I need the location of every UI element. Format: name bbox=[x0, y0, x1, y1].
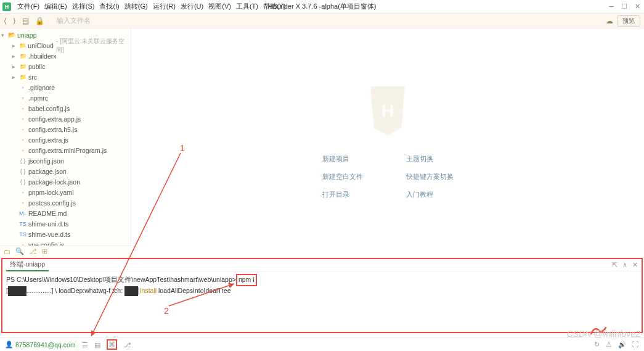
nav-back-icon[interactable]: ⟨ bbox=[4, 17, 7, 25]
menu-item[interactable]: 选择(S) bbox=[70, 2, 97, 10]
tree-item-label: .npmrc bbox=[28, 94, 48, 102]
tree-item[interactable]: ▫.gitignore bbox=[0, 82, 131, 93]
sync-icon[interactable]: ↻ bbox=[594, 341, 600, 349]
tree-item[interactable]: ▫babel.config.js bbox=[0, 103, 131, 114]
tree-item-label: babel.config.js bbox=[28, 105, 70, 112]
tree-item[interactable]: ▸📁src bbox=[0, 72, 131, 82]
menu-item[interactable]: 运行(R) bbox=[150, 2, 178, 10]
folder-icon: 📁 bbox=[18, 43, 27, 49]
lock-icon[interactable]: 🔒 bbox=[35, 17, 44, 25]
tree-item[interactable]: ▫config.extra.h5.js bbox=[0, 124, 131, 134]
tree-item[interactable]: TSshime-vue.d.ts bbox=[0, 229, 131, 239]
tree-item[interactable]: { }package-lock.json bbox=[0, 176, 131, 187]
tree-item[interactable]: ▫.npmrc bbox=[0, 93, 131, 103]
minimize-icon[interactable]: ─ bbox=[609, 2, 614, 10]
menu-item[interactable]: 查找(I) bbox=[97, 2, 121, 10]
search-input[interactable]: 输入文件名 bbox=[57, 16, 91, 25]
tree-item-label: public bbox=[28, 63, 45, 70]
js-icon: ▫ bbox=[18, 116, 27, 122]
menu-item[interactable]: 视图(V) bbox=[206, 2, 234, 10]
tree-item-label: .hbuilderx bbox=[28, 52, 57, 60]
file-explorer: ▾ 📂 uniapp ▸📁uniCloud- [阿里云:未关联云服务空间]▸📁.… bbox=[0, 28, 131, 257]
tree-item[interactable]: ▸📁uniCloud- [阿里云:未关联云服务空间] bbox=[0, 40, 131, 51]
list-icon[interactable]: ☰ bbox=[82, 341, 88, 349]
folder-icon: 📁 bbox=[18, 53, 27, 59]
terminal-collapse-icon[interactable]: ∧ bbox=[622, 261, 627, 269]
expand-icon[interactable]: ▸ bbox=[12, 43, 18, 49]
menu-item[interactable]: 发行(U) bbox=[178, 2, 206, 10]
expand-icon[interactable]: ▸ bbox=[12, 74, 18, 80]
tree-item-label: shime-vue.d.ts bbox=[28, 231, 70, 238]
file-icon: ▫ bbox=[18, 85, 27, 91]
tree-item[interactable]: ▫pnpm-lock.yaml bbox=[0, 187, 131, 197]
terminal-close-icon[interactable]: ✕ bbox=[632, 261, 638, 269]
welcome-link[interactable]: 入门教程 bbox=[406, 190, 454, 199]
terminal-panel: 终端-uniapp ⇱ ∧ ✕ PS C:\Users\Windows10\De… bbox=[1, 258, 643, 333]
toolbar: ⟨ ⟩ ▤ 🔒 输入文件名 ☁ 预览 bbox=[0, 14, 644, 28]
tree-item-label: config.extra.js bbox=[28, 136, 68, 144]
folder-icon: 📁 bbox=[18, 74, 27, 80]
tree-item-label: uniCloud bbox=[28, 42, 53, 49]
menu-item[interactable]: 跳转(G) bbox=[122, 2, 150, 10]
search-icon[interactable]: 🔍 bbox=[15, 247, 24, 255]
terminal-tab[interactable]: 终端-uniapp bbox=[6, 259, 49, 271]
tree-item[interactable]: M↓README.md bbox=[0, 208, 131, 218]
terminal-command: npm i bbox=[236, 274, 257, 286]
tree-item-label: src bbox=[28, 73, 37, 81]
menu-item[interactable]: 编辑(E) bbox=[42, 2, 70, 10]
sound-icon[interactable]: 🔊 bbox=[618, 341, 626, 349]
terminal-toggle-button[interactable]: ⌘ bbox=[107, 339, 117, 350]
plugin-icon[interactable]: ⊞ bbox=[42, 247, 47, 255]
nav-fwd-icon[interactable]: ⟩ bbox=[13, 17, 16, 25]
menu-item[interactable]: 工具(T) bbox=[234, 2, 261, 10]
menu-item[interactable]: 文件(F) bbox=[15, 2, 42, 10]
tree-root[interactable]: uniapp bbox=[17, 31, 37, 39]
welcome-link[interactable]: 主题切换 bbox=[406, 154, 454, 163]
expand-icon[interactable]: ▸ bbox=[12, 64, 18, 70]
tree-item-label: postcss.config.js bbox=[28, 199, 76, 207]
tree-item-label: README.md bbox=[28, 210, 67, 217]
annotation-2: 2 bbox=[164, 306, 169, 316]
tree-item[interactable]: ▫config.extra.js bbox=[0, 134, 131, 145]
md-icon: M↓ bbox=[18, 210, 27, 217]
tree-item[interactable]: ▫config.extra.app.js bbox=[0, 114, 131, 124]
warn-icon[interactable]: ⚠ bbox=[606, 341, 612, 349]
welcome-link[interactable]: 打开目录 bbox=[322, 190, 363, 199]
welcome-link[interactable]: 新建空白文件 bbox=[322, 172, 363, 181]
tree-item-label: shime-uni.d.ts bbox=[28, 220, 68, 228]
terminal-body[interactable]: PS C:\Users\Windows10\Desktop\项目文件\newAp… bbox=[2, 271, 642, 299]
user-account[interactable]: 👤 875876941@qq.com bbox=[5, 341, 76, 349]
tree-item[interactable]: ▫postcss.config.js bbox=[0, 197, 131, 208]
tree-item[interactable]: ▫config.extra.miniProgram.js bbox=[0, 145, 131, 155]
tree-item[interactable]: { }package.json bbox=[0, 166, 131, 176]
terminal-popout-icon[interactable]: ⇱ bbox=[612, 261, 618, 269]
git-icon[interactable]: ⎇ bbox=[29, 247, 37, 255]
cloud-icon[interactable]: ☁ bbox=[606, 17, 613, 25]
json-icon: { } bbox=[18, 168, 27, 175]
close-icon[interactable]: ✕ bbox=[635, 2, 640, 10]
explorer-icon[interactable]: ▤ bbox=[22, 17, 29, 25]
window-title: HBuilder X 3.7.6 -alpha(单项目窗体) bbox=[267, 2, 376, 11]
js-icon: ▫ bbox=[18, 105, 27, 112]
welcome-pane: H 新建项目新建空白文件打开目录 主题切换快捷键方案切换入门教程 bbox=[131, 28, 644, 257]
file-icon: ▫ bbox=[18, 95, 27, 101]
app-logo: H bbox=[2, 2, 11, 11]
tree-item[interactable]: { }jsconfig.json bbox=[0, 155, 131, 166]
preview-button[interactable]: 预览 bbox=[617, 15, 640, 27]
welcome-link[interactable]: 新建项目 bbox=[322, 154, 363, 163]
tree-item[interactable]: TSshime-uni.d.ts bbox=[0, 218, 131, 229]
tree-item-label: .gitignore bbox=[28, 84, 55, 91]
branch-icon[interactable]: ⎇ bbox=[123, 341, 131, 349]
tree-item[interactable]: ▸📁public bbox=[0, 61, 131, 72]
maximize-icon[interactable]: ☐ bbox=[621, 2, 627, 10]
expand-icon[interactable]: ▸ bbox=[12, 53, 18, 59]
welcome-link[interactable]: 快捷键方案切换 bbox=[406, 172, 454, 181]
expand-icon[interactable]: ⛶ bbox=[632, 341, 639, 349]
js-icon: ▫ bbox=[18, 126, 27, 133]
file-icon: ▫ bbox=[18, 189, 27, 196]
diff-icon[interactable]: ▤ bbox=[94, 341, 100, 349]
tree-item-label: pnpm-lock.yaml bbox=[28, 189, 74, 196]
js-icon: ▫ bbox=[18, 200, 27, 206]
folder-icon[interactable]: 🗀 bbox=[4, 248, 10, 255]
expand-icon[interactable]: ▾ bbox=[1, 32, 7, 38]
